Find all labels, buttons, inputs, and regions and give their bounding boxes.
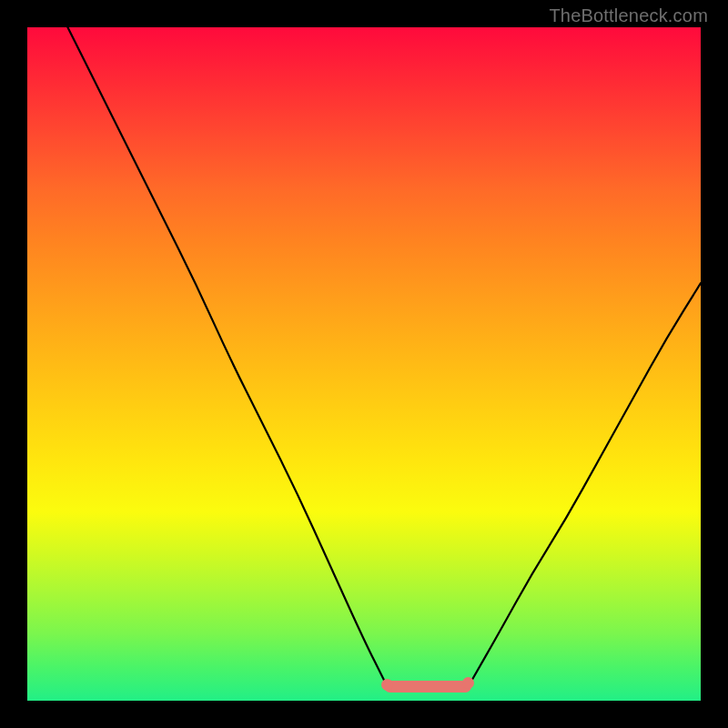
plot-area xyxy=(27,27,701,701)
trough-dot-left xyxy=(381,679,393,691)
bottleneck-curve xyxy=(27,27,701,701)
chart-frame: TheBottleneck.com xyxy=(0,0,728,728)
trough-highlight xyxy=(384,681,471,693)
watermark-text: TheBottleneck.com xyxy=(549,5,708,26)
